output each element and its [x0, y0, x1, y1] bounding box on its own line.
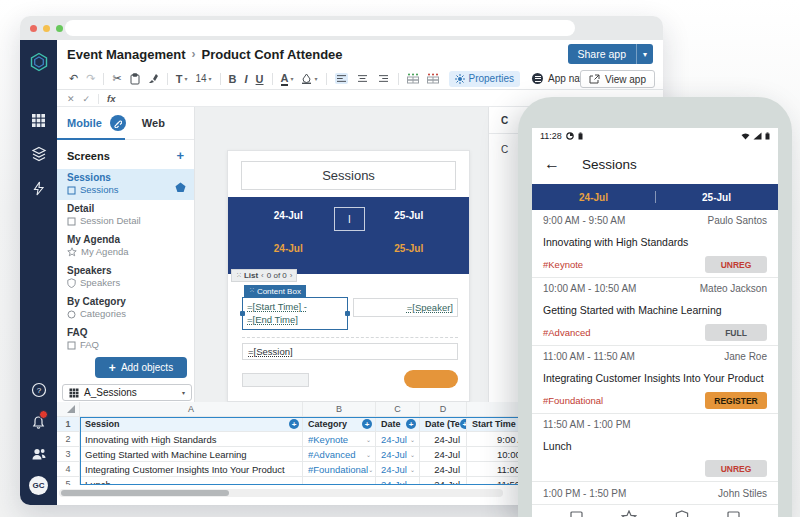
breadcrumb-app[interactable]: Event Management [67, 47, 185, 62]
add-screen-button[interactable]: + [176, 148, 184, 163]
redo-icon[interactable]: ↷ [86, 71, 95, 87]
add-objects-button[interactable]: + Add objects [95, 357, 187, 378]
formula-confirm-icon[interactable]: ✓ [83, 94, 91, 104]
chevron-down-icon[interactable]: ⌄ [366, 451, 371, 458]
cell-date[interactable]: 24-Jul⌄ [376, 447, 420, 462]
formula-cancel-icon[interactable]: ✕ [67, 94, 75, 104]
chevron-down-icon[interactable]: ⌄ [410, 481, 415, 486]
resize-handle-right[interactable] [345, 311, 350, 316]
row-number[interactable]: 2 [57, 432, 80, 447]
screen-item-speakers[interactable]: Speakers Speakers [57, 262, 194, 293]
link-badge-icon[interactable] [110, 115, 126, 131]
insert-row-above-icon[interactable] [407, 71, 419, 87]
text-color-button[interactable]: A▾ [281, 71, 294, 87]
cell-session[interactable]: Getting Started with Machine Learning [80, 447, 303, 462]
app-preview-card[interactable]: Sessions 24-Jul 25-Jul I 24-Jul 25-Jul [227, 150, 470, 402]
add-column-icon[interactable]: + [289, 419, 299, 429]
session-element[interactable]: =[Session] [242, 343, 458, 360]
horizontal-scrollbar[interactable] [59, 489, 503, 497]
list-prev-icon[interactable]: ‹ [261, 271, 264, 280]
select-all-corner[interactable] [57, 402, 80, 417]
column-header-d[interactable]: D [420, 402, 467, 417]
screen-item-sessions[interactable]: Sessions Sessions [57, 169, 194, 200]
full-button[interactable]: FULL [705, 324, 767, 341]
share-app-button[interactable]: Share app [568, 44, 636, 64]
cut-icon[interactable]: ✂ [112, 71, 121, 87]
font-size-select[interactable]: 14▾ [195, 71, 211, 87]
nav-faq-icon[interactable] [726, 510, 741, 517]
unreg-button[interactable]: UNREG [705, 256, 767, 273]
notifications-bell-icon[interactable] [29, 412, 49, 432]
start-end-time-element[interactable]: =[Start Time] - =[End Time] [242, 297, 348, 330]
chevron-down-icon[interactable]: ⌄ [410, 466, 415, 473]
list-next-icon[interactable]: › [290, 271, 293, 280]
day-tab-2[interactable]: 25-Jul [349, 210, 470, 221]
automations-bolt-icon[interactable] [29, 178, 49, 198]
zoom-window-button[interactable] [56, 25, 63, 32]
minimize-window-button[interactable] [43, 25, 50, 32]
cell-date-text[interactable]: 24-Jul [420, 447, 467, 462]
row-number[interactable]: 5 [57, 477, 80, 485]
screen-item-faq[interactable]: FAQ FAQ [57, 324, 194, 355]
properties-toggle[interactable]: Properties [449, 71, 521, 87]
day-tabs-band[interactable]: 24-Jul 25-Jul I 24-Jul 25-Jul [228, 197, 469, 274]
row-number[interactable]: 3 [57, 447, 80, 462]
day-tab-1[interactable]: 24-Jul [228, 210, 349, 221]
cell-date[interactable]: 24-Jul⌄ [376, 462, 420, 477]
resize-handle-left[interactable] [240, 311, 245, 316]
nav-speakers-shield-icon[interactable] [675, 510, 689, 517]
bold-button[interactable]: B [229, 71, 237, 87]
screen-item-detail[interactable]: Detail Session Detail [57, 200, 194, 231]
nav-sessions-icon[interactable] [569, 510, 584, 517]
speaker-element[interactable]: =[Speaker] [353, 298, 458, 317]
tables-icon[interactable] [29, 110, 49, 130]
day-link-2[interactable]: 25-Jul [349, 243, 470, 254]
cell-session[interactable]: Innovating with High Standards [80, 432, 303, 447]
selected-divider-element[interactable]: I [334, 207, 365, 231]
chevron-down-icon[interactable]: ⌄ [368, 466, 373, 473]
cell-date-text[interactable]: 24-Jul [420, 477, 467, 485]
cell-session[interactable]: Integrating Customer Insights Into Your … [80, 462, 303, 477]
chevron-down-icon[interactable]: ⌄ [366, 481, 371, 486]
chevron-down-icon[interactable]: ⌄ [366, 436, 371, 443]
cell-category[interactable]: #Foundational⌄ [303, 462, 376, 477]
table-selector[interactable]: A_Sessions ▾ [62, 384, 192, 401]
tag-element-placeholder[interactable] [242, 373, 309, 387]
screen-item-my-agenda[interactable]: My Agenda My Agenda [57, 231, 194, 262]
share-app-dropdown[interactable]: ▾ [636, 44, 653, 64]
day-link-1[interactable]: 24-Jul [228, 243, 349, 254]
user-avatar[interactable]: GC [29, 476, 48, 495]
row-number[interactable]: 1 [57, 417, 80, 432]
phone-tab-25-jul[interactable]: 25-Jul [655, 192, 778, 203]
underline-button[interactable]: U [256, 71, 264, 87]
builder-layers-icon[interactable] [29, 144, 49, 164]
view-app-button[interactable]: View app [580, 70, 655, 88]
register-button-element[interactable] [404, 370, 458, 388]
align-center-button[interactable] [356, 73, 369, 84]
field-header-session[interactable]: Session+ [80, 417, 303, 432]
column-header-b[interactable]: B [303, 402, 376, 417]
format-painter-icon[interactable] [148, 71, 159, 87]
add-column-icon[interactable]: + [362, 419, 372, 429]
row-number[interactable]: 4 [57, 462, 80, 477]
align-right-button[interactable] [377, 73, 390, 84]
cell-category[interactable]: #Keynote⌄ [303, 432, 376, 447]
register-button[interactable]: REGISTER [705, 392, 767, 409]
address-bar[interactable] [65, 20, 575, 36]
delete-row-icon[interactable] [427, 71, 439, 87]
field-header-date-text[interactable]: Date (Te+ [420, 417, 467, 432]
nav-agenda-star-icon[interactable] [621, 510, 637, 517]
cell-category[interactable]: ⌄ [303, 477, 376, 485]
drag-handle-icon[interactable]: ⁙ [236, 272, 241, 280]
close-window-button[interactable] [30, 25, 37, 32]
paste-icon[interactable] [130, 71, 140, 87]
field-header-date[interactable]: Date+ [376, 417, 420, 432]
screen-item-by-category[interactable]: By Category Categories [57, 293, 194, 324]
cell-date[interactable]: 24-Jul⌄ [376, 477, 420, 485]
content-box-tag[interactable]: ⁙ Content Box [244, 285, 306, 297]
italic-button[interactable]: I [245, 71, 248, 87]
undo-icon[interactable]: ↶ [69, 71, 78, 87]
tab-mobile[interactable]: Mobile [67, 117, 102, 129]
font-family-icon[interactable]: T▾ [176, 71, 188, 87]
align-left-button[interactable] [335, 73, 348, 84]
